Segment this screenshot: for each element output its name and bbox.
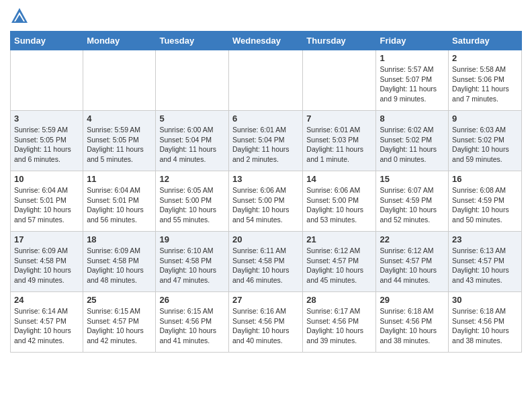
calendar-cell: 16Sunrise: 6:08 AM Sunset: 4:59 PM Dayli… [449,171,522,232]
day-info: Sunrise: 5:59 AM Sunset: 5:05 PM Dayligh… [87,125,152,165]
calendar-week-row: 24Sunrise: 6:14 AM Sunset: 4:57 PM Dayli… [11,292,522,353]
day-info: Sunrise: 6:06 AM Sunset: 5:00 PM Dayligh… [306,185,372,225]
day-info: Sunrise: 6:04 AM Sunset: 5:01 PM Dayligh… [14,185,79,225]
day-info: Sunrise: 6:02 AM Sunset: 5:02 PM Dayligh… [380,125,445,165]
calendar-cell: 9Sunrise: 6:03 AM Sunset: 5:02 PM Daylig… [449,111,522,171]
weekday-header: Thursday [303,32,376,50]
day-info: Sunrise: 6:04 AM Sunset: 5:01 PM Dayligh… [87,185,152,225]
day-number: 24 [14,295,79,305]
calendar-cell: 30Sunrise: 6:18 AM Sunset: 4:56 PM Dayli… [449,292,522,353]
calendar-cell [156,50,229,111]
day-number: 29 [380,295,445,305]
day-number: 9 [452,113,518,124]
day-info: Sunrise: 6:12 AM Sunset: 4:57 PM Dayligh… [380,246,445,285]
weekday-header: Saturday [449,32,522,50]
day-number: 26 [159,295,225,305]
calendar-cell [303,50,376,111]
calendar-cell: 19Sunrise: 6:10 AM Sunset: 4:58 PM Dayli… [156,232,229,292]
day-number: 1 [380,53,445,63]
calendar-cell: 11Sunrise: 6:04 AM Sunset: 5:01 PM Dayli… [83,171,156,232]
day-number: 27 [232,295,299,305]
day-info: Sunrise: 6:15 AM Sunset: 4:57 PM Dayligh… [87,306,152,346]
day-number: 8 [380,113,445,124]
calendar-cell: 26Sunrise: 6:15 AM Sunset: 4:56 PM Dayli… [156,292,229,353]
page: SundayMondayTuesdayWednesdayThursdayFrid… [0,0,532,363]
day-info: Sunrise: 6:13 AM Sunset: 4:57 PM Dayligh… [452,246,518,285]
calendar-cell: 25Sunrise: 6:15 AM Sunset: 4:57 PM Dayli… [83,292,156,353]
day-number: 2 [452,53,518,63]
calendar-cell [11,50,83,111]
calendar-cell [83,50,156,111]
header [10,7,522,26]
weekday-header: Sunday [11,32,83,50]
day-info: Sunrise: 6:09 AM Sunset: 4:58 PM Dayligh… [87,246,152,285]
day-number: 30 [452,295,518,305]
calendar-cell: 3Sunrise: 5:59 AM Sunset: 5:05 PM Daylig… [11,111,83,171]
day-info: Sunrise: 6:14 AM Sunset: 4:57 PM Dayligh… [14,306,79,346]
calendar-cell: 23Sunrise: 6:13 AM Sunset: 4:57 PM Dayli… [449,232,522,292]
day-info: Sunrise: 6:00 AM Sunset: 5:04 PM Dayligh… [159,125,225,165]
calendar-cell: 24Sunrise: 6:14 AM Sunset: 4:57 PM Dayli… [11,292,83,353]
day-info: Sunrise: 6:07 AM Sunset: 4:59 PM Dayligh… [380,185,445,225]
day-info: Sunrise: 6:05 AM Sunset: 5:00 PM Dayligh… [159,185,225,225]
logo [10,7,30,26]
calendar-cell: 6Sunrise: 6:01 AM Sunset: 5:04 PM Daylig… [228,111,302,171]
day-info: Sunrise: 5:58 AM Sunset: 5:06 PM Dayligh… [452,64,518,104]
day-info: Sunrise: 6:15 AM Sunset: 4:56 PM Dayligh… [159,306,225,346]
weekday-header: Tuesday [156,32,229,50]
day-number: 7 [306,113,372,124]
day-info: Sunrise: 6:16 AM Sunset: 4:56 PM Dayligh… [232,306,299,346]
calendar-week-row: 17Sunrise: 6:09 AM Sunset: 4:58 PM Dayli… [11,232,522,292]
day-info: Sunrise: 6:10 AM Sunset: 4:58 PM Dayligh… [159,246,225,285]
calendar-table: SundayMondayTuesdayWednesdayThursdayFrid… [10,31,522,353]
calendar-cell: 15Sunrise: 6:07 AM Sunset: 4:59 PM Dayli… [376,171,449,232]
day-number: 18 [87,234,152,244]
calendar-cell: 10Sunrise: 6:04 AM Sunset: 5:01 PM Dayli… [11,171,83,232]
day-number: 6 [232,113,299,124]
calendar-cell: 2Sunrise: 5:58 AM Sunset: 5:06 PM Daylig… [449,50,522,111]
day-info: Sunrise: 6:12 AM Sunset: 4:57 PM Dayligh… [306,246,372,285]
day-info: Sunrise: 6:17 AM Sunset: 4:56 PM Dayligh… [306,306,372,346]
calendar-cell: 27Sunrise: 6:16 AM Sunset: 4:56 PM Dayli… [228,292,302,353]
day-number: 21 [306,234,372,244]
calendar-cell: 1Sunrise: 5:57 AM Sunset: 5:07 PM Daylig… [376,50,449,111]
day-number: 19 [159,234,225,244]
calendar-cell: 18Sunrise: 6:09 AM Sunset: 4:58 PM Dayli… [83,232,156,292]
calendar-cell: 12Sunrise: 6:05 AM Sunset: 5:00 PM Dayli… [156,171,229,232]
day-info: Sunrise: 6:06 AM Sunset: 5:00 PM Dayligh… [232,185,299,225]
day-info: Sunrise: 5:59 AM Sunset: 5:05 PM Dayligh… [14,125,79,165]
day-number: 5 [159,113,225,124]
calendar-cell: 5Sunrise: 6:00 AM Sunset: 5:04 PM Daylig… [156,111,229,171]
day-number: 13 [232,174,299,184]
day-number: 20 [232,234,299,244]
weekday-header: Wednesday [228,32,302,50]
day-info: Sunrise: 6:01 AM Sunset: 5:03 PM Dayligh… [306,125,372,165]
day-info: Sunrise: 6:11 AM Sunset: 4:58 PM Dayligh… [232,246,299,285]
day-number: 12 [159,174,225,184]
day-info: Sunrise: 6:01 AM Sunset: 5:04 PM Dayligh… [232,125,299,165]
weekday-header: Monday [83,32,156,50]
day-number: 16 [452,174,518,184]
calendar-cell: 4Sunrise: 5:59 AM Sunset: 5:05 PM Daylig… [83,111,156,171]
calendar-cell: 14Sunrise: 6:06 AM Sunset: 5:00 PM Dayli… [303,171,376,232]
calendar-cell: 21Sunrise: 6:12 AM Sunset: 4:57 PM Dayli… [303,232,376,292]
calendar-cell: 7Sunrise: 6:01 AM Sunset: 5:03 PM Daylig… [303,111,376,171]
day-info: Sunrise: 6:08 AM Sunset: 4:59 PM Dayligh… [452,185,518,225]
weekday-header-row: SundayMondayTuesdayWednesdayThursdayFrid… [11,32,522,50]
day-number: 28 [306,295,372,305]
day-info: Sunrise: 5:57 AM Sunset: 5:07 PM Dayligh… [380,64,445,104]
calendar-cell: 13Sunrise: 6:06 AM Sunset: 5:00 PM Dayli… [228,171,302,232]
calendar-cell: 20Sunrise: 6:11 AM Sunset: 4:58 PM Dayli… [228,232,302,292]
day-number: 25 [87,295,152,305]
calendar-week-row: 1Sunrise: 5:57 AM Sunset: 5:07 PM Daylig… [11,50,522,111]
calendar-cell: 8Sunrise: 6:02 AM Sunset: 5:02 PM Daylig… [376,111,449,171]
day-info: Sunrise: 6:18 AM Sunset: 4:56 PM Dayligh… [452,306,518,346]
calendar-week-row: 10Sunrise: 6:04 AM Sunset: 5:01 PM Dayli… [11,171,522,232]
day-info: Sunrise: 6:18 AM Sunset: 4:56 PM Dayligh… [380,306,445,346]
day-number: 15 [380,174,445,184]
day-number: 23 [452,234,518,244]
day-number: 11 [87,174,152,184]
calendar-week-row: 3Sunrise: 5:59 AM Sunset: 5:05 PM Daylig… [11,111,522,171]
calendar-cell: 22Sunrise: 6:12 AM Sunset: 4:57 PM Dayli… [376,232,449,292]
calendar-cell: 28Sunrise: 6:17 AM Sunset: 4:56 PM Dayli… [303,292,376,353]
